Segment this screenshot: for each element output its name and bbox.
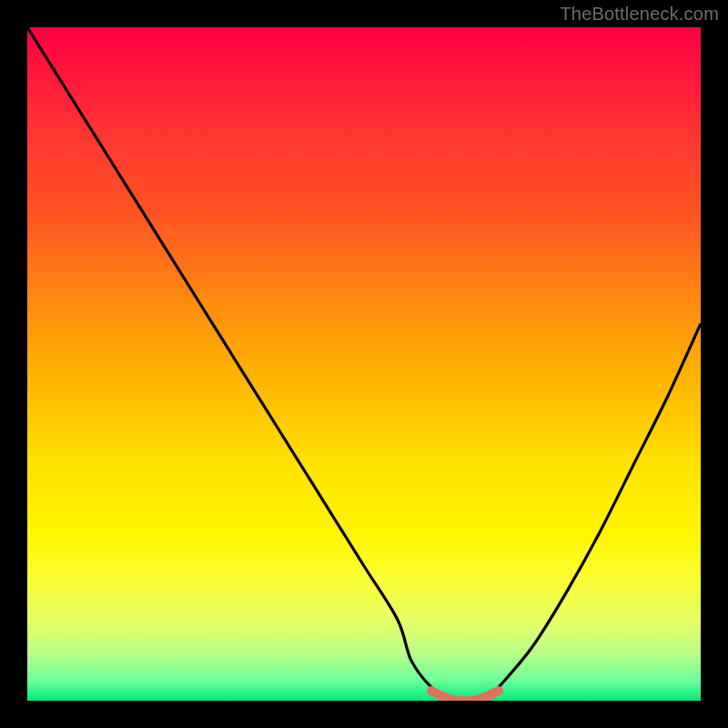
optimal-segment: [431, 691, 499, 701]
curve-layer: [27, 27, 701, 701]
bottleneck-curve: [27, 27, 701, 701]
chart-frame: TheBottleneck.com: [0, 0, 728, 728]
watermark-text: TheBottleneck.com: [560, 4, 719, 25]
plot-area: [27, 27, 701, 701]
